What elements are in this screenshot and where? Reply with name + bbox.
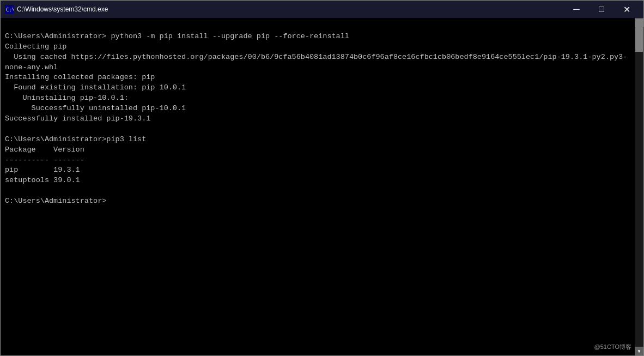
terminal-output: C:\Users\Administrator> python3 -m pip i…: [5, 21, 630, 207]
cmd-icon: C:\: [5, 5, 14, 14]
cmd-window: C:\ C:\Windows\system32\cmd.exe ─ □ ✕ C:…: [0, 0, 644, 356]
svg-text:C:\: C:\: [6, 7, 14, 13]
terminal-content[interactable]: C:\Users\Administrator> python3 -m pip i…: [1, 18, 635, 355]
title-bar: C:\ C:\Windows\system32\cmd.exe ─ □ ✕: [1, 1, 643, 18]
window-title: C:\Windows\system32\cmd.exe: [17, 5, 564, 13]
watermark: @51CTO博客: [594, 343, 631, 351]
scroll-down-button[interactable]: ▼: [635, 347, 643, 355]
scrollbar-thumb[interactable]: [635, 19, 643, 52]
scrollbar[interactable]: ▲ ▼: [635, 18, 643, 355]
close-button[interactable]: ✕: [614, 1, 639, 18]
maximize-button[interactable]: □: [589, 1, 614, 18]
window-controls: ─ □ ✕: [564, 1, 639, 18]
minimize-button[interactable]: ─: [564, 1, 589, 18]
terminal-body: C:\Users\Administrator> python3 -m pip i…: [1, 18, 643, 355]
